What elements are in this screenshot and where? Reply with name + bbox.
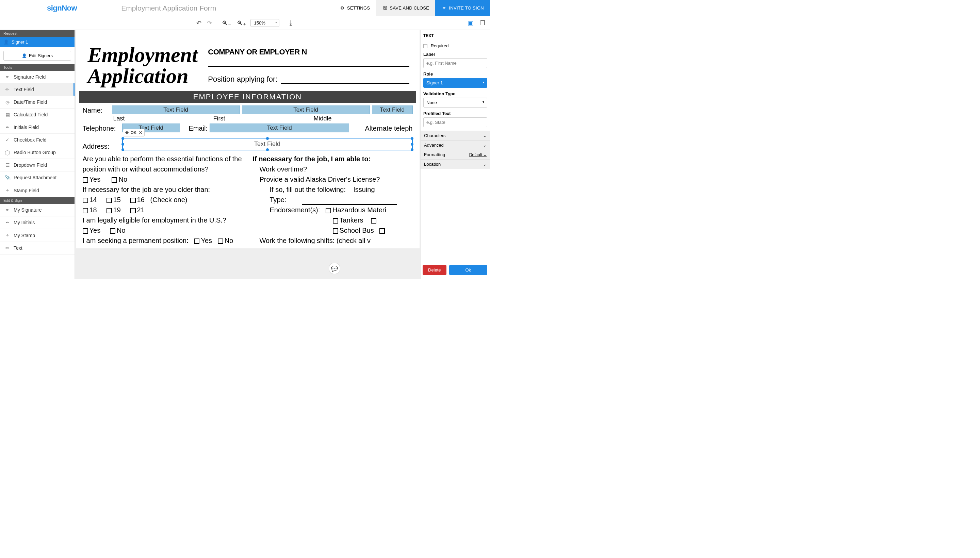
properties-panel: TEXT Required Label Role Signer 1 Valida… bbox=[420, 30, 490, 279]
checkbox-yes[interactable] bbox=[83, 177, 88, 183]
checkbox-no-2[interactable] bbox=[110, 228, 115, 234]
email-label: Email: bbox=[182, 125, 208, 132]
formatting-accordion[interactable]: FormattingDefault ⌄ bbox=[420, 150, 490, 159]
edit-sign-item[interactable]: ✒My Initials bbox=[0, 217, 74, 229]
doc-heading-1: Employment bbox=[88, 44, 198, 65]
document-title[interactable]: Employment Application Form bbox=[87, 4, 333, 12]
tool-icon: ⌖ bbox=[5, 187, 10, 193]
text-field-last[interactable]: Text Field bbox=[112, 105, 240, 114]
checkbox-15[interactable] bbox=[107, 198, 112, 203]
text-field-first[interactable]: Text Field bbox=[242, 105, 370, 114]
checkbox-yes-3[interactable] bbox=[194, 238, 199, 244]
redo-button[interactable]: ↷ bbox=[205, 18, 213, 28]
required-label: Required bbox=[431, 43, 449, 48]
checkbox-tankers[interactable] bbox=[333, 218, 338, 223]
tool-icon: ☰ bbox=[5, 162, 10, 168]
checkbox-haz[interactable] bbox=[326, 208, 331, 213]
pages-icon[interactable]: ❐ bbox=[478, 18, 487, 28]
tool-label: Stamp Field bbox=[14, 188, 39, 193]
tool-label: My Initials bbox=[14, 220, 35, 225]
role-select[interactable]: Signer 1 bbox=[423, 78, 487, 88]
move-icon[interactable]: ✥ bbox=[125, 130, 129, 135]
q3: I am legally eligible for employment in … bbox=[83, 215, 243, 225]
shifts-label: Work the following shifts: (check all v bbox=[253, 235, 413, 246]
prefilled-label: Prefilled Text bbox=[423, 111, 487, 116]
tool-item[interactable]: ▦Calculated Field bbox=[0, 108, 74, 121]
chevron-down-icon: ⌄ bbox=[483, 133, 487, 138]
checkbox-21[interactable] bbox=[130, 208, 136, 213]
middle-label: Middle bbox=[314, 115, 332, 122]
doc-heading-2: Application bbox=[88, 65, 198, 87]
edit-sign-item[interactable]: ⌖My Stamp bbox=[0, 229, 74, 242]
field-ok-cancel[interactable]: ✥ OK ✕ bbox=[123, 129, 144, 136]
checkbox-schoolbus[interactable] bbox=[333, 228, 338, 234]
tool-icon: ✏ bbox=[5, 87, 10, 92]
delete-button[interactable]: Delete bbox=[423, 265, 446, 275]
tool-item[interactable]: ◯Radio Button Group bbox=[0, 146, 74, 159]
name-label: Name: bbox=[83, 107, 110, 114]
q4: I am seeking a permanent position: bbox=[83, 237, 189, 244]
characters-accordion[interactable]: Characters⌄ bbox=[420, 131, 490, 140]
zoom-out-button[interactable]: 🔍︎₋ bbox=[220, 18, 233, 28]
required-checkbox[interactable] bbox=[423, 44, 427, 48]
validation-select[interactable]: None bbox=[423, 98, 487, 108]
undo-button[interactable]: ↶ bbox=[195, 18, 203, 28]
invite-label: INVITE TO SIGN bbox=[449, 5, 484, 11]
checkbox-extra1[interactable] bbox=[371, 218, 376, 223]
checkbox-no-3[interactable] bbox=[218, 238, 223, 244]
q1: Are you able to perform the essential fu… bbox=[83, 154, 243, 174]
tool-item[interactable]: ✏Text Field bbox=[0, 84, 74, 96]
checkbox-yes-2[interactable] bbox=[83, 228, 88, 234]
text-field-middle[interactable]: Text Field bbox=[372, 105, 413, 114]
checkbox-extra2[interactable] bbox=[379, 228, 385, 234]
tool-item[interactable]: ✒Signature Field bbox=[0, 71, 74, 84]
edit-sign-item[interactable]: ✒My Signature bbox=[0, 204, 74, 217]
prefilled-input[interactable] bbox=[423, 117, 487, 127]
tool-item[interactable]: ◷Date/Time Field bbox=[0, 96, 74, 108]
advanced-accordion[interactable]: Advanced⌄ bbox=[420, 140, 490, 150]
text-field-address-active[interactable]: Text Field ✥ OK ✕ bbox=[122, 138, 413, 150]
tool-icon: ✒ bbox=[5, 125, 10, 130]
zoom-select[interactable]: 150% bbox=[250, 19, 279, 27]
tool-item[interactable]: ✒Initials Field bbox=[0, 121, 74, 134]
text-field-email[interactable]: Text Field bbox=[210, 123, 349, 132]
left-sidebar: Request 👤 Signer 1 👤 Edit Signers Tools … bbox=[0, 30, 75, 279]
alt-telephone-label: Alternate teleph bbox=[351, 125, 412, 132]
settings-button[interactable]: ⚙ SETTINGS bbox=[333, 0, 376, 16]
ok-button[interactable]: OK bbox=[131, 130, 137, 135]
close-icon[interactable]: ✕ bbox=[139, 130, 142, 135]
edit-sign-item[interactable]: ✏Text bbox=[0, 242, 74, 254]
issuing-label: Issuing bbox=[353, 186, 375, 193]
tool-icon: ⌖ bbox=[5, 232, 10, 238]
label-input[interactable] bbox=[423, 58, 487, 68]
checkbox-no[interactable] bbox=[112, 177, 117, 183]
edit-signers-button[interactable]: 👤 Edit Signers bbox=[3, 51, 71, 61]
right-title: If necessary for the job, I am able to: bbox=[253, 154, 413, 164]
download-button[interactable]: ⭳ bbox=[287, 18, 295, 28]
location-accordion[interactable]: Location⌄ bbox=[420, 159, 490, 169]
zoom-in-button[interactable]: 🔍︎₊ bbox=[235, 18, 248, 28]
thumbnail-toggle-icon[interactable]: ▣ bbox=[466, 18, 475, 28]
tool-item[interactable]: ✓Checkbox Field bbox=[0, 134, 74, 146]
tool-icon: ✓ bbox=[5, 137, 10, 143]
checkbox-19[interactable] bbox=[107, 208, 112, 213]
tool-item[interactable]: ☰Dropdown Field bbox=[0, 159, 74, 171]
canvas[interactable]: Employment Application COMPANY OR EMPLOY… bbox=[75, 30, 420, 279]
checkbox-14[interactable] bbox=[83, 198, 88, 203]
signer-row[interactable]: 👤 Signer 1 bbox=[0, 37, 74, 47]
chat-icon[interactable]: 💬 bbox=[329, 263, 340, 274]
first-label: First bbox=[213, 115, 225, 122]
ok-button[interactable]: Ok bbox=[449, 265, 487, 275]
checkbox-16[interactable] bbox=[130, 198, 136, 203]
tool-item[interactable]: 📎Request Attachment bbox=[0, 171, 74, 184]
chevron-down-icon: ⌄ bbox=[483, 143, 487, 148]
panel-title: TEXT bbox=[423, 33, 487, 38]
section-employee-info: EMPLOYEE INFORMATION bbox=[79, 91, 416, 103]
invite-to-sign-button[interactable]: ✒ INVITE TO SIGN bbox=[435, 0, 490, 16]
save-icon: 🖫 bbox=[382, 5, 387, 11]
tool-label: Text bbox=[14, 245, 23, 251]
checkbox-18[interactable] bbox=[83, 208, 88, 213]
tool-item[interactable]: ⌖Stamp Field bbox=[0, 184, 74, 197]
save-close-button[interactable]: 🖫 SAVE AND CLOSE bbox=[376, 0, 435, 16]
edit-signers-label: Edit Signers bbox=[29, 53, 53, 58]
